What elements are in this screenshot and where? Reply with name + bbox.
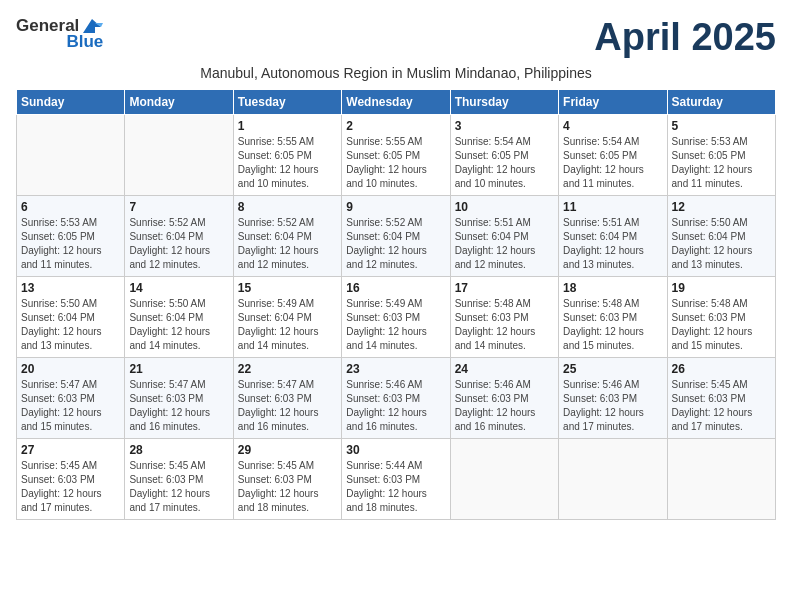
calendar-cell: 15Sunrise: 5:49 AMSunset: 6:04 PMDayligh… bbox=[233, 277, 341, 358]
day-number: 26 bbox=[672, 362, 771, 376]
day-info: Sunrise: 5:45 AMSunset: 6:03 PMDaylight:… bbox=[672, 378, 771, 434]
day-info: Sunrise: 5:52 AMSunset: 6:04 PMDaylight:… bbox=[346, 216, 445, 272]
calendar-cell: 5Sunrise: 5:53 AMSunset: 6:05 PMDaylight… bbox=[667, 115, 775, 196]
day-number: 17 bbox=[455, 281, 554, 295]
calendar-cell: 26Sunrise: 5:45 AMSunset: 6:03 PMDayligh… bbox=[667, 358, 775, 439]
day-info: Sunrise: 5:55 AMSunset: 6:05 PMDaylight:… bbox=[238, 135, 337, 191]
day-number: 5 bbox=[672, 119, 771, 133]
day-info: Sunrise: 5:48 AMSunset: 6:03 PMDaylight:… bbox=[672, 297, 771, 353]
day-number: 25 bbox=[563, 362, 662, 376]
day-info: Sunrise: 5:49 AMSunset: 6:03 PMDaylight:… bbox=[346, 297, 445, 353]
day-number: 4 bbox=[563, 119, 662, 133]
day-number: 9 bbox=[346, 200, 445, 214]
day-number: 30 bbox=[346, 443, 445, 457]
weekday-header-tuesday: Tuesday bbox=[233, 90, 341, 115]
calendar-cell: 9Sunrise: 5:52 AMSunset: 6:04 PMDaylight… bbox=[342, 196, 450, 277]
calendar-cell: 24Sunrise: 5:46 AMSunset: 6:03 PMDayligh… bbox=[450, 358, 558, 439]
day-number: 24 bbox=[455, 362, 554, 376]
calendar-cell: 21Sunrise: 5:47 AMSunset: 6:03 PMDayligh… bbox=[125, 358, 233, 439]
day-number: 3 bbox=[455, 119, 554, 133]
calendar-cell bbox=[450, 439, 558, 520]
weekday-header-row: SundayMondayTuesdayWednesdayThursdayFrid… bbox=[17, 90, 776, 115]
day-number: 27 bbox=[21, 443, 120, 457]
calendar-cell: 17Sunrise: 5:48 AMSunset: 6:03 PMDayligh… bbox=[450, 277, 558, 358]
calendar-cell: 2Sunrise: 5:55 AMSunset: 6:05 PMDaylight… bbox=[342, 115, 450, 196]
day-number: 19 bbox=[672, 281, 771, 295]
day-info: Sunrise: 5:53 AMSunset: 6:05 PMDaylight:… bbox=[672, 135, 771, 191]
day-info: Sunrise: 5:46 AMSunset: 6:03 PMDaylight:… bbox=[346, 378, 445, 434]
header: General Blue April 2025 bbox=[16, 16, 776, 59]
day-info: Sunrise: 5:55 AMSunset: 6:05 PMDaylight:… bbox=[346, 135, 445, 191]
day-number: 10 bbox=[455, 200, 554, 214]
day-number: 14 bbox=[129, 281, 228, 295]
calendar-cell: 7Sunrise: 5:52 AMSunset: 6:04 PMDaylight… bbox=[125, 196, 233, 277]
calendar-cell: 20Sunrise: 5:47 AMSunset: 6:03 PMDayligh… bbox=[17, 358, 125, 439]
day-number: 2 bbox=[346, 119, 445, 133]
weekday-header-thursday: Thursday bbox=[450, 90, 558, 115]
calendar-cell: 19Sunrise: 5:48 AMSunset: 6:03 PMDayligh… bbox=[667, 277, 775, 358]
day-info: Sunrise: 5:50 AMSunset: 6:04 PMDaylight:… bbox=[21, 297, 120, 353]
day-info: Sunrise: 5:44 AMSunset: 6:03 PMDaylight:… bbox=[346, 459, 445, 515]
day-info: Sunrise: 5:45 AMSunset: 6:03 PMDaylight:… bbox=[21, 459, 120, 515]
calendar-week-row: 20Sunrise: 5:47 AMSunset: 6:03 PMDayligh… bbox=[17, 358, 776, 439]
day-info: Sunrise: 5:48 AMSunset: 6:03 PMDaylight:… bbox=[563, 297, 662, 353]
calendar-cell: 6Sunrise: 5:53 AMSunset: 6:05 PMDaylight… bbox=[17, 196, 125, 277]
calendar-cell: 8Sunrise: 5:52 AMSunset: 6:04 PMDaylight… bbox=[233, 196, 341, 277]
day-number: 21 bbox=[129, 362, 228, 376]
calendar-week-row: 13Sunrise: 5:50 AMSunset: 6:04 PMDayligh… bbox=[17, 277, 776, 358]
calendar-cell bbox=[667, 439, 775, 520]
day-info: Sunrise: 5:47 AMSunset: 6:03 PMDaylight:… bbox=[238, 378, 337, 434]
day-number: 7 bbox=[129, 200, 228, 214]
day-number: 22 bbox=[238, 362, 337, 376]
day-info: Sunrise: 5:47 AMSunset: 6:03 PMDaylight:… bbox=[129, 378, 228, 434]
svg-marker-0 bbox=[83, 19, 101, 33]
calendar-cell bbox=[17, 115, 125, 196]
day-number: 13 bbox=[21, 281, 120, 295]
day-info: Sunrise: 5:53 AMSunset: 6:05 PMDaylight:… bbox=[21, 216, 120, 272]
calendar-cell: 14Sunrise: 5:50 AMSunset: 6:04 PMDayligh… bbox=[125, 277, 233, 358]
weekday-header-sunday: Sunday bbox=[17, 90, 125, 115]
day-number: 12 bbox=[672, 200, 771, 214]
day-info: Sunrise: 5:54 AMSunset: 6:05 PMDaylight:… bbox=[563, 135, 662, 191]
calendar-cell: 4Sunrise: 5:54 AMSunset: 6:05 PMDaylight… bbox=[559, 115, 667, 196]
day-info: Sunrise: 5:51 AMSunset: 6:04 PMDaylight:… bbox=[455, 216, 554, 272]
calendar-cell: 22Sunrise: 5:47 AMSunset: 6:03 PMDayligh… bbox=[233, 358, 341, 439]
day-info: Sunrise: 5:46 AMSunset: 6:03 PMDaylight:… bbox=[455, 378, 554, 434]
day-number: 23 bbox=[346, 362, 445, 376]
day-info: Sunrise: 5:52 AMSunset: 6:04 PMDaylight:… bbox=[129, 216, 228, 272]
calendar-cell: 23Sunrise: 5:46 AMSunset: 6:03 PMDayligh… bbox=[342, 358, 450, 439]
logo-blue: Blue bbox=[66, 32, 103, 52]
day-number: 8 bbox=[238, 200, 337, 214]
day-info: Sunrise: 5:46 AMSunset: 6:03 PMDaylight:… bbox=[563, 378, 662, 434]
day-number: 1 bbox=[238, 119, 337, 133]
calendar-cell bbox=[125, 115, 233, 196]
day-number: 6 bbox=[21, 200, 120, 214]
day-number: 20 bbox=[21, 362, 120, 376]
calendar-cell: 30Sunrise: 5:44 AMSunset: 6:03 PMDayligh… bbox=[342, 439, 450, 520]
day-info: Sunrise: 5:47 AMSunset: 6:03 PMDaylight:… bbox=[21, 378, 120, 434]
day-info: Sunrise: 5:52 AMSunset: 6:04 PMDaylight:… bbox=[238, 216, 337, 272]
day-info: Sunrise: 5:50 AMSunset: 6:04 PMDaylight:… bbox=[672, 216, 771, 272]
calendar-cell: 27Sunrise: 5:45 AMSunset: 6:03 PMDayligh… bbox=[17, 439, 125, 520]
day-info: Sunrise: 5:49 AMSunset: 6:04 PMDaylight:… bbox=[238, 297, 337, 353]
weekday-header-saturday: Saturday bbox=[667, 90, 775, 115]
logo: General Blue bbox=[16, 16, 103, 52]
day-number: 28 bbox=[129, 443, 228, 457]
calendar-cell: 3Sunrise: 5:54 AMSunset: 6:05 PMDaylight… bbox=[450, 115, 558, 196]
calendar-cell: 18Sunrise: 5:48 AMSunset: 6:03 PMDayligh… bbox=[559, 277, 667, 358]
calendar-cell: 10Sunrise: 5:51 AMSunset: 6:04 PMDayligh… bbox=[450, 196, 558, 277]
calendar-cell: 28Sunrise: 5:45 AMSunset: 6:03 PMDayligh… bbox=[125, 439, 233, 520]
calendar-cell: 29Sunrise: 5:45 AMSunset: 6:03 PMDayligh… bbox=[233, 439, 341, 520]
day-info: Sunrise: 5:51 AMSunset: 6:04 PMDaylight:… bbox=[563, 216, 662, 272]
calendar-cell: 16Sunrise: 5:49 AMSunset: 6:03 PMDayligh… bbox=[342, 277, 450, 358]
calendar-subtitle: Manubul, Autonomous Region in Muslim Min… bbox=[16, 65, 776, 81]
calendar-week-row: 1Sunrise: 5:55 AMSunset: 6:05 PMDaylight… bbox=[17, 115, 776, 196]
calendar-week-row: 27Sunrise: 5:45 AMSunset: 6:03 PMDayligh… bbox=[17, 439, 776, 520]
day-number: 11 bbox=[563, 200, 662, 214]
calendar-cell bbox=[559, 439, 667, 520]
weekday-header-wednesday: Wednesday bbox=[342, 90, 450, 115]
day-info: Sunrise: 5:45 AMSunset: 6:03 PMDaylight:… bbox=[129, 459, 228, 515]
day-number: 15 bbox=[238, 281, 337, 295]
day-number: 29 bbox=[238, 443, 337, 457]
day-info: Sunrise: 5:48 AMSunset: 6:03 PMDaylight:… bbox=[455, 297, 554, 353]
